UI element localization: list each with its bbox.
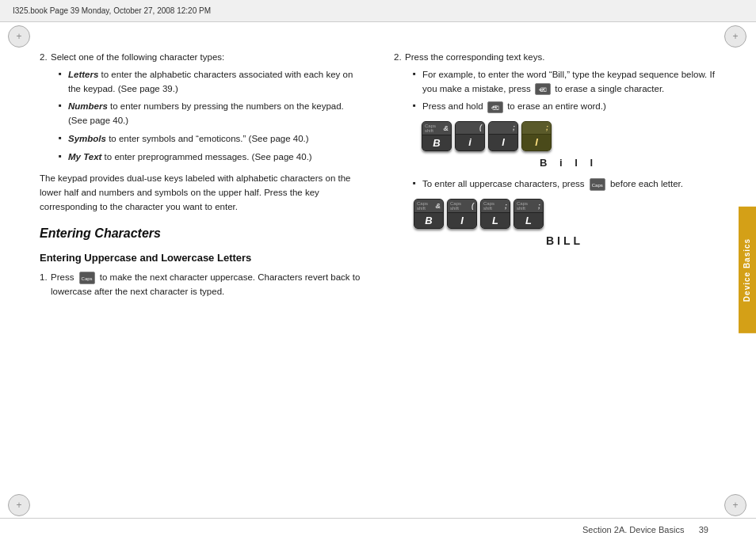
caps-key-L1: Caps shift ; L — [480, 199, 510, 229]
symbols-label: Symbols — [68, 134, 106, 143]
right-step-2-text: Press the corresponding text keys. — [405, 52, 544, 62]
backspace-key-inline: ⌫ — [535, 83, 551, 95]
header-text: I325.book Page 39 Monday, October 27, 20… — [13, 6, 211, 15]
caps-key-L2-sym: ; — [538, 203, 540, 210]
step-2-item: Select one of the following character ty… — [40, 51, 362, 165]
step-1-item: 1. Press Caps to make the next character… — [40, 271, 362, 299]
key-i-char: i — [468, 135, 472, 150]
bullet-hold-text2: to erase an entire word.) — [507, 101, 606, 111]
bullet-example-text2: to erase a single character. — [555, 84, 664, 93]
caps-key-I: Caps shift ( I — [447, 199, 477, 229]
caps-key-I-char: I — [460, 213, 464, 229]
letters-label: Letters — [68, 70, 98, 79]
bullet-letters: Letters to enter the alphabetic characte… — [59, 68, 362, 97]
page-footer: Section 2A. Device Basics 39 — [0, 518, 756, 540]
caps-key-inline: Caps — [79, 272, 95, 284]
bill-label: B i l l — [421, 155, 716, 171]
caps-key-L1-char: L — [492, 213, 498, 229]
caps-key-L2-char: L — [525, 213, 532, 229]
step-1-press: Press — [51, 272, 74, 282]
bill-upper-label: BILL — [413, 233, 716, 250]
key-B-shift: shift — [425, 128, 436, 133]
footer-page-number: 39 — [699, 525, 708, 534]
bill-keys-row: Caps shift & B — [421, 120, 716, 152]
backspace-key-inline2: ⌫ — [487, 101, 503, 113]
caps-bullet-list: To enter all uppercase characters, press… — [413, 177, 716, 192]
key-i-symbol: ( — [479, 124, 482, 131]
key-B: Caps shift & B — [422, 121, 452, 151]
key-l1-symbol: ; — [513, 124, 515, 131]
key-B-symbol: & — [444, 125, 449, 132]
bullet-numbers: Numbers to enter numbers by pressing the… — [59, 100, 362, 128]
bullet-hold-text1: Press and hold — [422, 101, 486, 111]
numbers-desc: to enter numbers by pressing the numbers… — [68, 101, 344, 125]
right-step-2: Press the corresponding text keys. For e… — [394, 51, 716, 250]
caps-bullet-text2: before each letter. — [610, 179, 683, 188]
numbers-label: Numbers — [68, 101, 108, 111]
caps-key-B-shift: shift — [417, 206, 428, 211]
bullet-symbols: Symbols to enter symbols and “emoticons.… — [59, 132, 362, 146]
key-l2-symbol: ; — [546, 124, 548, 131]
mytext-label: My Text — [68, 152, 101, 162]
mytext-desc: to enter preprogrammed messages. (See pa… — [105, 152, 312, 162]
caps-key-L1-sym: ; — [505, 203, 507, 210]
caps-bullet: To enter all uppercase characters, press… — [413, 177, 716, 192]
caps-bullet-text1: To enter all uppercase characters, press — [422, 179, 585, 188]
step-2-text: Select one of the following character ty… — [51, 52, 224, 62]
keypad-description: The keypad provides dual-use keys labele… — [40, 171, 362, 215]
key-i: ( i — [455, 121, 485, 151]
caps-key-L2-shift: shift — [517, 206, 528, 211]
letters-desc: to enter the alphabetic characters assoc… — [68, 70, 353, 93]
caps-key-I-sym: ( — [472, 203, 474, 210]
key-l2: ; l — [521, 121, 552, 151]
symbols-desc: to enter symbols and “emoticons.” (See p… — [109, 134, 309, 143]
bullet-mytext: My Text to enter preprogrammed messages.… — [59, 150, 362, 165]
caps-key-inline2: Caps — [590, 178, 605, 191]
caps-key-L1-shift: shift — [483, 206, 494, 211]
key-l1-char: l — [502, 135, 505, 150]
bullet-example: For example, to enter the word “Bill,” t… — [413, 68, 716, 97]
caps-key-L2: Caps shift ; L — [514, 199, 544, 229]
bullet-hold: Press and hold ⌫ to erase an entire word… — [413, 100, 716, 114]
right-column: Press the corresponding text keys. For e… — [378, 22, 756, 518]
caps-key-B-sym: & — [436, 203, 441, 210]
section-heading: Entering Characters — [40, 224, 362, 244]
key-l1: ; l — [488, 121, 518, 151]
footer-section-text: Section 2A. Device Basics — [582, 525, 684, 534]
right-bullets: For example, to enter the word “Bill,” t… — [413, 68, 716, 114]
bill-caps-keys-row: Caps shift & B — [413, 198, 716, 230]
caps-key-I-shift: shift — [450, 206, 461, 211]
step-1-text2: to make the next character uppercase. Ch… — [51, 272, 360, 296]
side-tab: Device Basics — [739, 207, 756, 333]
sub-heading: Entering Uppercase and Lowercase Letters — [40, 250, 362, 266]
side-tab-label: Device Basics — [741, 238, 754, 302]
key-l2-char: l — [535, 135, 538, 150]
caps-key-B: Caps shift & B — [414, 199, 444, 229]
page-container: I325.book Page 39 Monday, October 27, 20… — [0, 0, 756, 540]
main-content: Select one of the following character ty… — [0, 22, 756, 518]
character-types-list: Letters to enter the alphabetic characte… — [59, 68, 362, 165]
left-column: Select one of the following character ty… — [0, 22, 378, 518]
key-B-char: B — [433, 135, 440, 151]
page-header: I325.book Page 39 Monday, October 27, 20… — [0, 0, 756, 22]
caps-key-B-char: B — [425, 213, 432, 229]
